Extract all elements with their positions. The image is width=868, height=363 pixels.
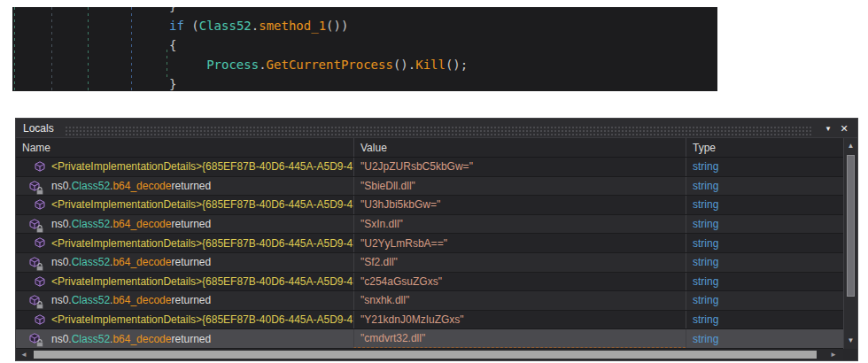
horizontal-scrollbar[interactable]: ◄ ► xyxy=(16,349,843,360)
code-editor-panel: } if (Class52.smethod_1()) { Process.Get… xyxy=(12,7,717,91)
token-method: GetCurrentProcess xyxy=(267,58,393,72)
token-method: b64_decode xyxy=(112,180,171,192)
type-cell: string xyxy=(686,253,843,272)
titlebar-grip-dots[interactable] xyxy=(65,126,811,135)
token-plain: returned xyxy=(171,294,211,306)
token-keyword: if xyxy=(169,19,191,33)
value-cell[interactable]: "U2JpZURsbC5kbGw=" xyxy=(353,158,686,176)
token-method: smethod_1 xyxy=(259,19,326,33)
private-method-icon xyxy=(16,253,51,272)
locals-row[interactable]: <PrivateImplementationDetails>{685EF87B-… xyxy=(16,158,843,177)
column-header-value[interactable]: Value xyxy=(353,138,686,157)
horizontal-scrollbar-thumb[interactable] xyxy=(34,351,817,359)
private-method-icon xyxy=(16,215,51,234)
token-method: b64_decode xyxy=(112,333,171,345)
token-type: Class52 xyxy=(72,333,110,345)
value-cell[interactable]: "U3hJbi5kbGw=" xyxy=(353,196,686,214)
token-gold: <PrivateImplementationDetails>{685EF87B-… xyxy=(51,237,353,250)
token-plain: ns0 xyxy=(51,180,68,192)
method-icon xyxy=(35,237,45,248)
locals-row[interactable]: <PrivateImplementationDetails>{685EF87B-… xyxy=(16,234,843,253)
name-cell: ns0.Class52.b64_decode returned xyxy=(16,215,353,234)
token-punct: } xyxy=(169,7,176,13)
value-cell[interactable]: "U2YyLmRsbA==" xyxy=(353,234,686,252)
code-line: } xyxy=(12,74,717,91)
token-gold: <PrivateImplementationDetails>{685EF87B-… xyxy=(51,313,353,326)
column-header-type[interactable]: Type xyxy=(686,138,843,157)
type-cell: string xyxy=(686,234,843,252)
name-cell: <PrivateImplementationDetails>{685EF87B-… xyxy=(16,196,353,214)
scroll-left-button[interactable]: ◄ xyxy=(18,349,30,360)
vertical-scrollbar-thumb[interactable] xyxy=(847,155,855,297)
token-plain: ns0 xyxy=(51,256,68,268)
lock-icon xyxy=(36,187,43,195)
locals-row[interactable]: ns0.Class52.b64_decode returned"Sf2.dll"… xyxy=(16,253,843,273)
name-cell: <PrivateImplementationDetails>{685EF87B-… xyxy=(16,311,353,329)
token-method: b64_decode xyxy=(112,218,171,230)
name-cell: <PrivateImplementationDetails>{685EF87B-… xyxy=(16,234,353,252)
value-cell[interactable]: "snxhk.dll" xyxy=(353,291,686,310)
type-cell: string xyxy=(686,158,843,176)
value-cell[interactable]: "Y21kdnJ0MzIuZGxs" xyxy=(353,311,686,329)
value-cell[interactable]: "SxIn.dll" xyxy=(353,215,686,234)
field-icon xyxy=(16,196,51,214)
name-cell: <PrivateImplementationDetails>{685EF87B-… xyxy=(16,158,353,176)
locals-table: <PrivateImplementationDetails>{685EF87B-… xyxy=(16,158,843,349)
locals-row[interactable]: <PrivateImplementationDetails>{685EF87B-… xyxy=(16,273,843,292)
token-type: Class52 xyxy=(199,19,252,33)
private-method-icon xyxy=(16,291,51,310)
lock-icon xyxy=(36,263,43,271)
token-punct: { xyxy=(169,38,176,52)
token-gold: <PrivateImplementationDetails>{685EF87B-… xyxy=(51,198,353,211)
locals-row[interactable]: ns0.Class52.b64_decode returned"SbieDll.… xyxy=(16,177,843,197)
scroll-down-button[interactable]: ▼ xyxy=(844,335,857,347)
type-cell: string xyxy=(686,329,843,348)
lock-icon xyxy=(36,225,43,233)
locals-row[interactable]: ns0.Class52.b64_decode returned"snxhk.dl… xyxy=(16,291,843,311)
token-plain: returned xyxy=(171,256,211,268)
private-method-icon xyxy=(16,329,51,348)
field-icon xyxy=(16,273,51,291)
scroll-right-button[interactable]: ► xyxy=(827,349,840,360)
vertical-scrollbar[interactable]: ▲ ▼ xyxy=(843,138,857,349)
token-type: Class52 xyxy=(72,218,110,230)
name-cell: ns0.Class52.b64_decode returned xyxy=(16,291,353,310)
locals-row[interactable]: <PrivateImplementationDetails>{685EF87B-… xyxy=(16,196,843,215)
code-lines[interactable]: } if (Class52.smethod_1()) { Process.Get… xyxy=(12,7,717,91)
type-cell: string xyxy=(686,196,843,214)
value-cell[interactable]: "c254aGsuZGxs" xyxy=(353,273,686,291)
window-position-menu-button[interactable]: ▾ xyxy=(820,120,836,137)
token-method: Kill xyxy=(415,58,446,72)
token-type: Class52 xyxy=(72,180,110,192)
type-cell: string xyxy=(686,177,843,196)
token-method: b64_decode xyxy=(112,256,171,268)
token-plain: ns0 xyxy=(51,294,68,306)
value-cell[interactable]: "Sf2.dll" xyxy=(353,253,686,272)
token-punct: } xyxy=(169,77,176,91)
value-cell[interactable]: "cmdvrt32.dll" xyxy=(353,329,686,348)
field-icon xyxy=(16,311,51,329)
value-cell[interactable]: "SbieDll.dll" xyxy=(353,177,686,196)
token-plain: ns0 xyxy=(51,333,68,345)
close-button[interactable]: ✕ xyxy=(836,120,852,137)
token-plain: ns0 xyxy=(51,218,68,230)
code-line: if (Class52.smethod_1()) xyxy=(12,16,717,35)
token-method: b64_decode xyxy=(112,294,171,306)
locals-row[interactable]: <PrivateImplementationDetails>{685EF87B-… xyxy=(16,311,843,330)
token-punct: (); xyxy=(446,58,468,72)
token-punct: (). xyxy=(393,58,415,72)
method-icon xyxy=(35,161,45,172)
column-header-name[interactable]: Name xyxy=(16,138,353,157)
token-gold: <PrivateImplementationDetails>{685EF87B-… xyxy=(51,160,353,173)
token-type: Class52 xyxy=(72,294,110,306)
token-punct: ( xyxy=(191,19,198,33)
code-line: } xyxy=(12,7,717,16)
scroll-up-button[interactable]: ▲ xyxy=(844,140,857,152)
token-type: Class52 xyxy=(72,256,110,268)
token-plain: returned xyxy=(171,218,211,230)
field-icon xyxy=(16,234,51,252)
name-cell: ns0.Class52.b64_decode returned xyxy=(16,177,353,196)
locals-row[interactable]: ns0.Class52.b64_decode returned"SxIn.dll… xyxy=(16,215,843,235)
private-method-icon xyxy=(16,177,51,196)
locals-row[interactable]: ns0.Class52.b64_decode returned"cmdvrt32… xyxy=(16,329,843,349)
